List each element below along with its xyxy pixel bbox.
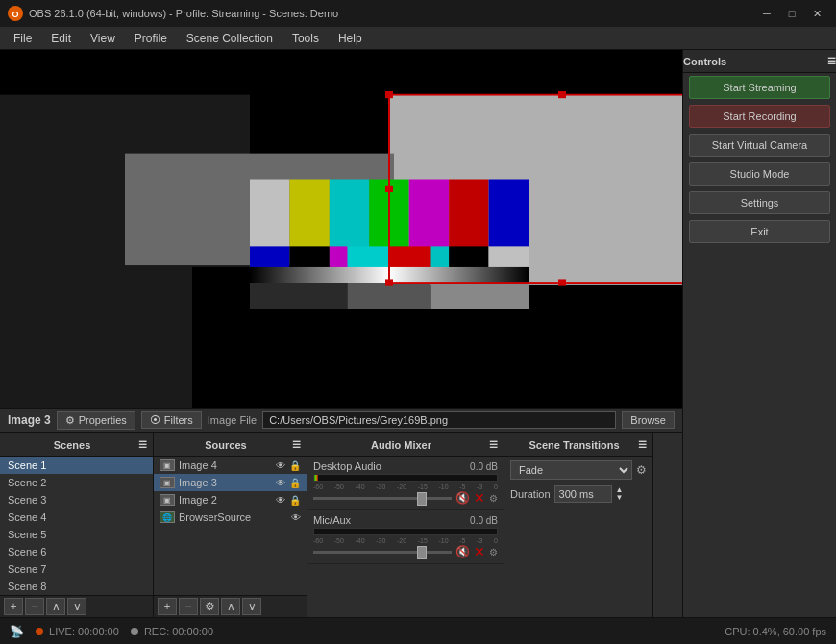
- mic-fader-row: 🔇 ✕ ⚙: [313, 544, 498, 559]
- mic-fader-thumb: [417, 546, 427, 559]
- menu-scene-collection[interactable]: Scene Collection: [177, 27, 283, 49]
- scene-item-7[interactable]: Scene 7: [0, 560, 153, 578]
- mic-mute-red-icon[interactable]: ✕: [474, 544, 485, 559]
- mic-audio-label: Mic/Aux: [313, 514, 351, 526]
- source-label-image3: Image 3: [179, 477, 217, 488]
- transitions-panel-title: Scene Transitions: [510, 439, 638, 451]
- sources-menu-icon[interactable]: ☰: [292, 439, 301, 450]
- sources-add-button[interactable]: +: [158, 598, 177, 615]
- visibility-icon-image3[interactable]: 👁: [276, 478, 285, 488]
- exit-button[interactable]: Exit: [689, 220, 830, 243]
- desktop-volume-fader[interactable]: [313, 497, 452, 500]
- window-title: OBS 26.1.0 (64-bit, windows) - Profile: …: [29, 8, 755, 19]
- window-controls: ─ □ ✕: [755, 5, 828, 22]
- controls-menu-icon[interactable]: ☰: [827, 56, 836, 66]
- source-item-image2[interactable]: ▣ Image 2 👁 🔒: [154, 491, 307, 508]
- start-virtual-camera-button[interactable]: Start Virtual Camera: [689, 134, 830, 157]
- preview-area[interactable]: [0, 50, 682, 409]
- visibility-icon-image2[interactable]: 👁: [276, 495, 285, 506]
- desktop-mute-red-icon[interactable]: ✕: [474, 490, 485, 506]
- scenes-up-button[interactable]: ∧: [46, 598, 65, 615]
- lock-icon-image3[interactable]: 🔒: [289, 478, 301, 488]
- source-label-image4: Image 4: [179, 459, 217, 471]
- live-status: LIVE: 00:00:00: [36, 626, 119, 637]
- duration-spinner[interactable]: ▲ ▼: [616, 486, 624, 502]
- scene-item-8[interactable]: Scene 8: [0, 578, 153, 595]
- start-streaming-button[interactable]: Start Streaming: [689, 76, 830, 99]
- menu-edit[interactable]: Edit: [41, 27, 81, 49]
- source-item-image4[interactable]: ▣ Image 4 👁 🔒: [154, 457, 307, 474]
- sources-down-button[interactable]: ∨: [242, 598, 261, 615]
- sources-up-button[interactable]: ∧: [221, 598, 240, 615]
- controls-panel-header: Controls ☰: [683, 50, 836, 73]
- scene-item-4[interactable]: Scene 4: [0, 508, 153, 526]
- filters-button[interactable]: ⦿ Filters: [141, 411, 202, 429]
- live-timer: LIVE: 00:00:00: [49, 626, 119, 637]
- mic-volume-fader[interactable]: [313, 551, 452, 554]
- close-button[interactable]: ✕: [805, 5, 828, 22]
- source-infobar: Image 3 ⚙ Properties ⦿ Filters Image Fil…: [0, 409, 682, 433]
- scene-item-3[interactable]: Scene 3: [0, 491, 153, 508]
- scene-transitions-panel: Scene Transitions ☰ Fade Cut Swipe Slide…: [504, 433, 653, 617]
- file-path-display: C:/Users/OBS/Pictures/Grey169B.png: [262, 411, 616, 429]
- scenes-down-button[interactable]: ∨: [67, 598, 86, 615]
- scenes-panel-header: Scenes ☰: [0, 433, 153, 457]
- rec-dot: [131, 628, 138, 635]
- lock-icon-image4[interactable]: 🔒: [289, 460, 301, 471]
- menu-file[interactable]: File: [4, 27, 41, 49]
- mic-meter-labels: -60-50-40-30-20-15-10-5-30: [313, 537, 498, 544]
- transition-settings-icon[interactable]: ⚙: [636, 463, 647, 477]
- scenes-menu-icon[interactable]: ☰: [138, 439, 147, 450]
- scene-item-2[interactable]: Scene 2: [0, 474, 153, 491]
- transition-type-select[interactable]: Fade Cut Swipe Slide: [510, 460, 632, 480]
- audio-mixer-panel: Audio Mixer ☰ Desktop Audio 0.0 dB: [307, 433, 504, 617]
- browse-button[interactable]: Browse: [622, 411, 675, 429]
- duration-input[interactable]: [554, 485, 612, 503]
- mic-track-settings-icon[interactable]: ⚙: [489, 547, 498, 557]
- menu-profile[interactable]: Profile: [125, 27, 177, 49]
- visibility-icon-image4[interactable]: 👁: [276, 460, 285, 471]
- source-item-browser[interactable]: 🌐 BrowserSource 👁: [154, 508, 307, 526]
- menu-tools[interactable]: Tools: [283, 27, 329, 49]
- sources-remove-button[interactable]: −: [179, 598, 198, 615]
- source-item-image3[interactable]: ▣ Image 3 👁 🔒: [154, 474, 307, 491]
- desktop-mute-icon[interactable]: 🔇: [455, 491, 470, 505]
- menu-view[interactable]: View: [81, 27, 125, 49]
- source-thumbnail-image2: ▣: [160, 494, 175, 506]
- svg-text:O: O: [12, 10, 18, 19]
- settings-button[interactable]: Settings: [689, 191, 830, 214]
- desktop-audio-level: 0.0 dB: [470, 461, 498, 472]
- properties-button[interactable]: ⚙ Properties: [57, 411, 135, 430]
- menubar: File Edit View Profile Scene Collection …: [0, 27, 836, 50]
- selected-source-label: Image 3: [8, 413, 51, 427]
- start-recording-button[interactable]: Start Recording: [689, 105, 830, 128]
- studio-mode-button[interactable]: Studio Mode: [689, 162, 830, 186]
- maximize-button[interactable]: □: [780, 5, 803, 22]
- rec-timer: REC: 00:00:00: [144, 626, 213, 637]
- transitions-menu-icon[interactable]: ☰: [638, 439, 647, 450]
- scene-item-6[interactable]: Scene 6: [0, 543, 153, 560]
- desktop-audio-bar: [314, 475, 318, 481]
- desktop-fader-row: 🔇 ✕ ⚙: [313, 490, 498, 506]
- scenes-remove-button[interactable]: −: [25, 598, 44, 615]
- sources-settings-button[interactable]: ⚙: [200, 598, 219, 615]
- bottom-panels: Scenes ☰ Scene 1 Scene 2 Scene 3 Scene 4…: [0, 433, 682, 617]
- left-panel: Image 3 ⚙ Properties ⦿ Filters Image Fil…: [0, 50, 682, 617]
- scenes-panel-title: Scenes: [6, 439, 138, 451]
- menu-help[interactable]: Help: [329, 27, 372, 49]
- minimize-button[interactable]: ─: [755, 5, 778, 22]
- right-sidebar: Controls ☰ Start Streaming Start Recordi…: [682, 50, 836, 617]
- scenes-panel: Scenes ☰ Scene 1 Scene 2 Scene 3 Scene 4…: [0, 433, 154, 617]
- scenes-toolbar: + − ∧ ∨: [0, 595, 153, 617]
- scene-item-5[interactable]: Scene 5: [0, 526, 153, 543]
- lock-icon-image2[interactable]: 🔒: [289, 495, 301, 506]
- desktop-track-settings-icon[interactable]: ⚙: [489, 493, 498, 504]
- mic-mute-icon[interactable]: 🔇: [455, 545, 470, 558]
- sources-panel: Sources ☰ ▣ Image 4 👁 🔒 ▣ Image 3: [154, 433, 307, 617]
- scenes-add-button[interactable]: +: [4, 598, 23, 615]
- sources-toolbar: + − ⚙ ∧ ∨: [154, 595, 307, 617]
- scene-item-1[interactable]: Scene 1: [0, 457, 153, 474]
- mic-audio-meter: [313, 528, 498, 535]
- audio-mixer-menu-icon[interactable]: ☰: [489, 439, 498, 450]
- visibility-icon-browser[interactable]: 👁: [291, 512, 301, 523]
